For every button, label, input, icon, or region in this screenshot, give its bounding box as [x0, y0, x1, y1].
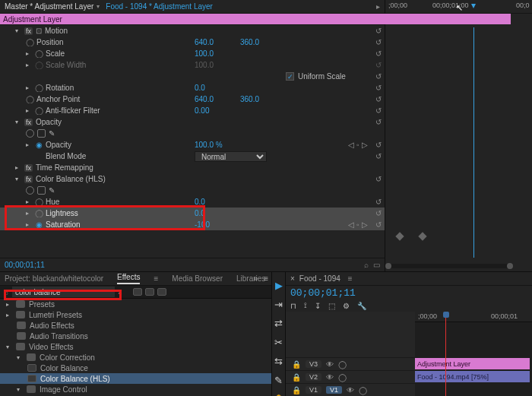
- hue-value[interactable]: 0.0: [195, 198, 240, 206]
- opacity-add-kf-icon[interactable]: ◦: [356, 141, 359, 149]
- opacity-value[interactable]: 100.0 %: [195, 141, 240, 149]
- motion-twisty[interactable]: ▾: [15, 27, 21, 34]
- effects-search-input[interactable]: [12, 287, 115, 297]
- seq-close-button[interactable]: ×: [290, 274, 295, 283]
- hls-mask-ellipse-button[interactable]: [26, 186, 34, 195]
- rotation-twisty[interactable]: ▸: [26, 84, 32, 91]
- scale-reset-icon[interactable]: ↺: [372, 49, 385, 58]
- overwrite-button[interactable]: ⬚: [328, 302, 335, 310]
- hls-mask-pen-button[interactable]: [49, 186, 57, 195]
- tab-project[interactable]: Project: blackandwhitetocolor: [5, 274, 103, 283]
- accel-badge-icon[interactable]: [133, 288, 142, 296]
- mute-icon[interactable]: ◯: [338, 373, 347, 382]
- saturation-reset-icon[interactable]: ↺: [372, 220, 385, 229]
- tree-lumetri[interactable]: ▸Lumetri Presets: [0, 309, 271, 320]
- tree-color-balance-hls-item[interactable]: Color Balance (HLS): [0, 373, 271, 384]
- flicker-reset-icon[interactable]: ↺: [372, 106, 385, 115]
- position-stopwatch-icon[interactable]: ◯: [26, 38, 33, 46]
- eye-icon[interactable]: 👁: [326, 373, 334, 382]
- clip-food-video[interactable]: Food - 1094.mp4 [75%]: [415, 371, 530, 382]
- sat-prev-kf-icon[interactable]: ◁: [348, 220, 354, 229]
- hue-reset-icon[interactable]: ↺: [372, 198, 385, 206]
- settings-button[interactable]: ⚙: [343, 302, 350, 310]
- position-y-value[interactable]: 360.0: [240, 38, 286, 46]
- master-dropdown-icon[interactable]: ▾: [97, 3, 100, 10]
- tree-video-fx[interactable]: ▾Video Effects: [0, 341, 271, 352]
- tree-color-correction[interactable]: ▾Color Correction: [0, 352, 271, 363]
- position-x-value[interactable]: 640.0: [195, 38, 240, 46]
- opacity-next-kf-icon[interactable]: ▷: [362, 141, 368, 149]
- fx-badge-hls[interactable]: fx: [24, 176, 33, 183]
- ec-timeline-playhead[interactable]: ▾: [471, 0, 476, 11]
- hls-twisty[interactable]: ▾: [15, 176, 21, 182]
- opacity-val-twisty[interactable]: ▸: [26, 141, 32, 148]
- saturation-stopwatch-icon[interactable]: ◉: [35, 220, 43, 229]
- track-header-v1[interactable]: 🔒V1V1👁◯: [286, 383, 415, 396]
- clip-adjustment-layer[interactable]: Adjustment Layer: [415, 358, 530, 369]
- tab-effects-menu-icon[interactable]: ≡: [154, 274, 158, 283]
- hls-reset-icon[interactable]: ↺: [372, 175, 385, 183]
- ec-master-tab[interactable]: Master * Adjustment Layer: [5, 2, 93, 11]
- eye-icon[interactable]: 👁: [347, 386, 354, 394]
- markers-button[interactable]: ⟟: [304, 301, 307, 310]
- timeremap-label[interactable]: Time Remapping: [36, 163, 93, 172]
- flicker-stopwatch-icon[interactable]: ◯: [35, 106, 43, 115]
- keyframe-marker[interactable]: [395, 232, 404, 240]
- scroll-thumb-right[interactable]: [507, 263, 513, 269]
- tree-color-balance-item[interactable]: Color Balance: [0, 363, 271, 373]
- sequence-timecode[interactable]: 00;00;01;11: [290, 287, 356, 299]
- motion-direct-icon[interactable]: ⊡: [36, 27, 42, 35]
- ripple-tool-icon[interactable]: ⇄: [274, 318, 283, 329]
- lightness-value[interactable]: 0.0: [195, 209, 240, 217]
- flicker-twisty[interactable]: ▸: [26, 107, 32, 114]
- mute-icon[interactable]: ◯: [359, 386, 367, 394]
- insert-button[interactable]: ↧: [315, 302, 321, 310]
- mask-pen-button[interactable]: [49, 129, 57, 138]
- uniform-reset-icon[interactable]: ↺: [372, 72, 385, 81]
- scale-stopwatch-icon[interactable]: ◯: [35, 49, 43, 58]
- rotation-stopwatch-icon[interactable]: ◯: [35, 84, 43, 92]
- sat-add-kf-icon[interactable]: ◦: [356, 220, 359, 229]
- wrench-button[interactable]: 🔧: [357, 302, 366, 310]
- hue-twisty[interactable]: ▸: [26, 198, 32, 205]
- lock-icon[interactable]: 🔒: [292, 373, 301, 382]
- tree-audio-transitions[interactable]: Audio Transitions: [0, 331, 271, 341]
- track-header-v3[interactable]: 🔒V3👁◯: [286, 357, 415, 370]
- hls-label[interactable]: Color Balance (HLS): [36, 175, 106, 183]
- fx-badge-timeremap[interactable]: fx: [24, 164, 33, 172]
- tab-media-browser[interactable]: Media Browser: [172, 274, 223, 283]
- uniform-scale-checkbox[interactable]: ✓: [286, 72, 294, 81]
- selection-tool-icon[interactable]: ▶: [275, 280, 283, 291]
- ec-timecode[interactable]: 00;00;01;11: [5, 261, 45, 269]
- sequence-tab[interactable]: Food - 1094: [299, 274, 340, 283]
- saturation-twisty[interactable]: ▸: [26, 221, 32, 228]
- scroll-thumb-left[interactable]: [385, 263, 391, 269]
- blend-mode-select[interactable]: Normal: [195, 151, 267, 162]
- blend-reset-icon[interactable]: ↺: [372, 152, 385, 160]
- sat-next-kf-icon[interactable]: ▷: [362, 220, 368, 229]
- tab-libraries[interactable]: Libraries: [236, 274, 265, 283]
- fx-badge-motion[interactable]: fx: [24, 27, 33, 35]
- anchor-x-value[interactable]: 640.0: [195, 95, 240, 103]
- motion-label[interactable]: Motion: [45, 27, 68, 35]
- position-reset-icon[interactable]: ↺: [372, 38, 385, 46]
- opacity-val-reset-icon[interactable]: ↺: [372, 141, 385, 149]
- saturation-value[interactable]: -100: [195, 220, 240, 229]
- lightness-twisty[interactable]: ▸: [26, 210, 32, 217]
- lightness-stopwatch-icon[interactable]: ◯: [35, 209, 43, 217]
- razor-tool-icon[interactable]: ✂: [274, 337, 283, 348]
- ec-split-icon[interactable]: ▭: [373, 261, 380, 269]
- anchor-stopwatch-icon[interactable]: ◯: [26, 95, 33, 103]
- opacity-twisty[interactable]: ▾: [15, 119, 21, 125]
- mask-ellipse-button[interactable]: [26, 129, 34, 138]
- track-select-tool-icon[interactable]: ⇥: [274, 299, 283, 310]
- timeremap-twisty[interactable]: ▸: [15, 164, 21, 171]
- hls-mask-rect-button[interactable]: [37, 186, 46, 195]
- ec-clip-tab[interactable]: Food - 1094 * Adjustment Layer: [106, 2, 213, 11]
- pen-tool-icon[interactable]: ✎: [274, 375, 283, 386]
- fx-badge-opacity[interactable]: fx: [24, 119, 33, 126]
- sequence-playhead[interactable]: [445, 312, 446, 396]
- lock-icon[interactable]: 🔒: [292, 386, 301, 394]
- opacity-label[interactable]: Opacity: [36, 118, 62, 126]
- tree-image-control[interactable]: ▾Image Control: [0, 384, 271, 394]
